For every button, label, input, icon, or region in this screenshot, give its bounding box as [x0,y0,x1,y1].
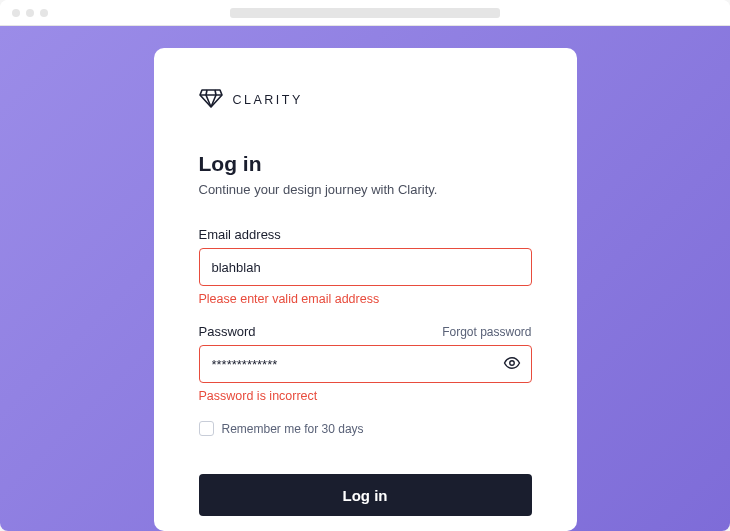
remember-checkbox[interactable] [199,421,214,436]
remember-label: Remember me for 30 days [222,422,364,436]
remember-row: Remember me for 30 days [199,421,532,436]
browser-frame: CLARITY Log in Continue your design jour… [0,0,730,531]
viewport: CLARITY Log in Continue your design jour… [0,26,730,531]
browser-top-bar [0,0,730,26]
password-error: Password is incorrect [199,389,532,403]
diamond-icon [199,88,223,112]
brand: CLARITY [199,88,532,112]
email-field-group: Email address Please enter valid email a… [199,227,532,306]
eye-icon [503,354,521,375]
window-dot[interactable] [26,9,34,17]
email-label: Email address [199,227,281,242]
page-subtitle: Continue your design journey with Clarit… [199,182,532,197]
url-bar[interactable] [230,8,500,18]
password-field-group: Password Forgot password Passwor [199,324,532,403]
brand-name: CLARITY [233,93,303,107]
email-field[interactable] [199,248,532,286]
login-card: CLARITY Log in Continue your design jour… [154,48,577,531]
password-field[interactable] [199,345,532,383]
toggle-password-visibility-button[interactable] [500,352,524,376]
forgot-password-link[interactable]: Forgot password [442,325,531,339]
email-error: Please enter valid email address [199,292,532,306]
svg-point-0 [509,360,514,365]
password-label: Password [199,324,256,339]
login-button[interactable]: Log in [199,474,532,516]
window-dot[interactable] [12,9,20,17]
page-title: Log in [199,152,532,176]
window-dot[interactable] [40,9,48,17]
window-controls [12,9,48,17]
